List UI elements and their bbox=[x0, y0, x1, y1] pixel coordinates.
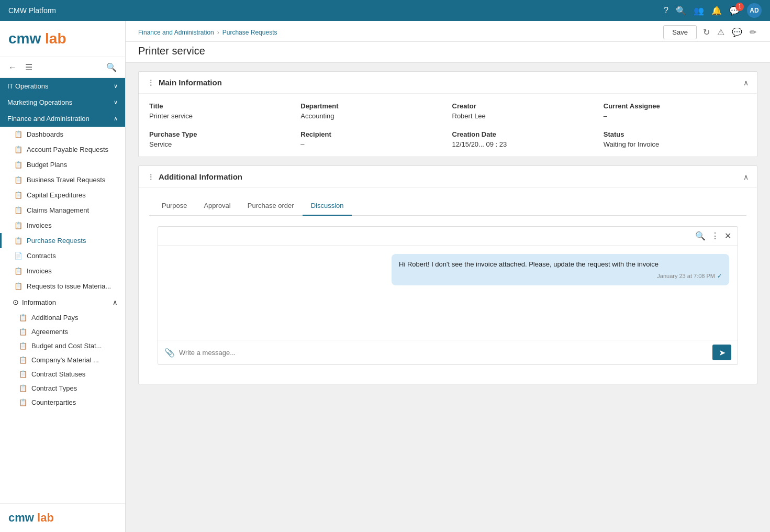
sidebar-item-contract-statuses[interactable]: 📋 Contract Statuses bbox=[0, 367, 125, 381]
sidebar-item-invoices2[interactable]: 📋 Invoices bbox=[0, 263, 125, 279]
sidebar-item-requests-material[interactable]: 📋 Requests to issue Materia... bbox=[0, 279, 125, 294]
sidebar-item-finance-admin[interactable]: Finance and Administration ∧ bbox=[0, 110, 125, 127]
search-icon[interactable]: 🔍 bbox=[676, 6, 686, 16]
field-recipient: Recipient – bbox=[300, 130, 443, 148]
message-input-row: 📎 ➤ bbox=[158, 340, 738, 364]
tab-purpose[interactable]: Purpose bbox=[153, 196, 195, 216]
sidebar-item-capital-expenditures[interactable]: 📋 Capital Expeditures bbox=[0, 187, 125, 203]
sidebar-logo: cmw lab bbox=[0, 21, 125, 57]
field-creation-date: Creation Date 12/15/20... 09 : 23 bbox=[452, 130, 595, 148]
sidebar-item-invoices1[interactable]: 📋 Invoices bbox=[0, 218, 125, 233]
discussion-close-icon[interactable]: ✕ bbox=[724, 231, 731, 241]
information-header[interactable]: ⊙ Information ∧ bbox=[0, 294, 125, 311]
message-text: Hi Robert! I don't see the invoice attac… bbox=[399, 260, 659, 268]
contracts-icon: 📄 bbox=[14, 252, 23, 260]
requests-material-label: Requests to issue Materia... bbox=[27, 282, 111, 290]
invoices2-icon: 📋 bbox=[14, 267, 23, 275]
sidebar-item-companys-material[interactable]: 📋 Company's Material ... bbox=[0, 353, 125, 367]
logo-lab: lab bbox=[45, 30, 66, 47]
send-button[interactable]: ➤ bbox=[712, 345, 731, 360]
sidebar-item-claims-management[interactable]: 📋 Claims Management bbox=[0, 203, 125, 218]
purchase-requests-label: Purchase Requests bbox=[27, 237, 86, 245]
additional-info-title: ⋮ Additional Information bbox=[147, 172, 242, 181]
message-bubble: Hi Robert! I don't see the invoice attac… bbox=[392, 254, 729, 285]
user-avatar[interactable]: AD bbox=[747, 3, 762, 18]
sidebar-item-agreements[interactable]: 📋 Agreements bbox=[0, 325, 125, 339]
back-icon[interactable]: ← bbox=[6, 62, 19, 73]
dashboards-label: Dashboards bbox=[27, 130, 63, 138]
sidebar-item-contract-types[interactable]: 📋 Contract Types bbox=[0, 381, 125, 395]
sidebar-item-it-operations[interactable]: IT Operations ∨ bbox=[0, 78, 125, 94]
page-actions: Save ↻ ⚠ 💬 ✏ bbox=[663, 25, 757, 39]
field-status-label: Status bbox=[604, 130, 746, 138]
sidebar-item-budget-cost-stat[interactable]: 📋 Budget and Cost Stat... bbox=[0, 339, 125, 353]
sidebar-item-contracts[interactable]: 📄 Contracts bbox=[0, 248, 125, 263]
additional-info-collapse-icon[interactable]: ∧ bbox=[743, 173, 749, 181]
sidebar-item-counterparties[interactable]: 📋 Counterparties bbox=[0, 395, 125, 409]
field-purchase-type-label: Purchase Type bbox=[149, 130, 292, 138]
breadcrumb: Finance and Administration › Purchase Re… bbox=[138, 29, 277, 36]
main-info-collapse-icon[interactable]: ∧ bbox=[743, 79, 749, 87]
breadcrumb-part1[interactable]: Finance and Administration bbox=[138, 29, 214, 36]
dashboards-icon: 📋 bbox=[14, 130, 23, 138]
budget-plans-icon: 📋 bbox=[14, 161, 23, 169]
additional-info-tabs: Purpose Approval Purchase order Discussi… bbox=[149, 196, 746, 216]
sidebar-item-account-payable[interactable]: 📋 Account Payable Requests bbox=[0, 142, 125, 157]
users-icon[interactable]: 👥 bbox=[694, 6, 704, 16]
field-status-value: Waiting for Invoice bbox=[604, 140, 746, 148]
finance-admin-label: Finance and Administration bbox=[7, 115, 90, 123]
business-travel-icon: 📋 bbox=[14, 176, 23, 184]
sidebar-item-budget-plans[interactable]: 📋 Budget Plans bbox=[0, 157, 125, 172]
breadcrumb-part2[interactable]: Purchase Requests bbox=[222, 29, 277, 36]
sidebar-menu: IT Operations ∨ Marketing Operations ∨ F… bbox=[0, 78, 125, 503]
warning-icon[interactable]: ⚠ bbox=[716, 26, 726, 38]
sidebar-item-business-travel[interactable]: 📋 Business Travel Requests bbox=[0, 172, 125, 187]
save-button[interactable]: Save bbox=[663, 25, 697, 39]
invoices1-label: Invoices bbox=[27, 221, 52, 229]
sidebar-item-purchase-requests[interactable]: 📋 Purchase Requests bbox=[0, 233, 125, 248]
marketing-chevron-icon: ∨ bbox=[114, 99, 118, 106]
sidebar-item-dashboards[interactable]: 📋 Dashboards bbox=[0, 127, 125, 142]
additional-info-title-text: Additional Information bbox=[159, 172, 242, 181]
agreements-icon: 📋 bbox=[19, 328, 27, 336]
footer-logo-cmw: cmw bbox=[8, 511, 34, 524]
footer-logo: cmw lab bbox=[8, 511, 54, 524]
account-payable-icon: 📋 bbox=[14, 146, 23, 153]
sidebar-item-additional-pays[interactable]: 📋 Additional Pays bbox=[0, 311, 125, 325]
purchase-requests-icon: 📋 bbox=[14, 237, 23, 245]
page-title: Printer service bbox=[138, 45, 757, 57]
main-content: Finance and Administration › Purchase Re… bbox=[126, 21, 770, 532]
message-input[interactable] bbox=[179, 349, 708, 357]
field-department-label: Department bbox=[300, 102, 443, 110]
footer-logo-lab: lab bbox=[37, 511, 54, 524]
companys-material-label: Company's Material ... bbox=[31, 356, 99, 364]
budget-cost-stat-label: Budget and Cost Stat... bbox=[31, 342, 102, 350]
refresh-icon[interactable]: ↻ bbox=[702, 26, 711, 38]
info-grid: Title Printer service Department Account… bbox=[149, 102, 746, 148]
messages-icon[interactable]: 💬 1 bbox=[729, 6, 740, 16]
field-assignee-value: – bbox=[604, 112, 746, 120]
main-info-header[interactable]: ⋮ Main Information ∧ bbox=[139, 72, 757, 94]
tab-discussion[interactable]: Discussion bbox=[303, 196, 352, 216]
discussion-more-icon[interactable]: ⋮ bbox=[711, 231, 719, 241]
discussion-search-icon[interactable]: 🔍 bbox=[695, 231, 706, 241]
field-title-value: Printer service bbox=[149, 112, 292, 120]
additional-info-header[interactable]: ⋮ Additional Information ∧ bbox=[139, 166, 757, 188]
counterparties-icon: 📋 bbox=[19, 398, 27, 406]
tab-approval[interactable]: Approval bbox=[195, 196, 239, 216]
notifications-icon[interactable]: 🔔 bbox=[711, 6, 722, 16]
field-current-assignee: Current Assignee – bbox=[604, 102, 746, 120]
menu-icon[interactable]: ☰ bbox=[23, 61, 35, 73]
sidebar-search-icon[interactable]: 🔍 bbox=[104, 61, 119, 73]
field-assignee-label: Current Assignee bbox=[604, 102, 746, 110]
main-information-section: ⋮ Main Information ∧ Title Printer servi… bbox=[138, 71, 757, 157]
edit-icon[interactable]: ✏ bbox=[749, 26, 757, 38]
app-title: CMW Platform bbox=[8, 6, 56, 15]
comment-icon[interactable]: 💬 bbox=[731, 26, 743, 38]
help-icon[interactable]: ? bbox=[664, 6, 668, 15]
breadcrumb-separator: › bbox=[217, 29, 219, 36]
budget-cost-stat-icon: 📋 bbox=[19, 342, 27, 350]
attach-icon[interactable]: 📎 bbox=[164, 348, 175, 358]
sidebar-item-marketing-operations[interactable]: Marketing Operations ∨ bbox=[0, 94, 125, 110]
tab-purchase-order[interactable]: Purchase order bbox=[239, 196, 303, 216]
